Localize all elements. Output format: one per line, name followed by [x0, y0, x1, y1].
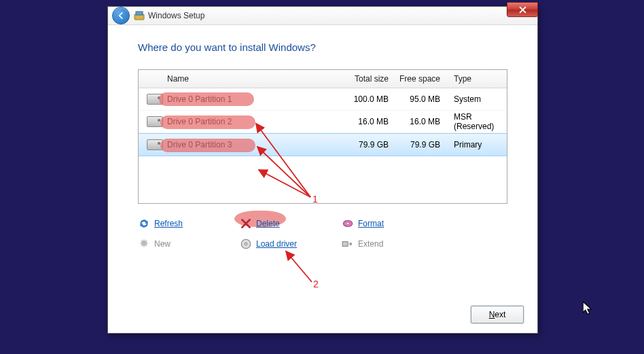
row-type: MSR (Reserved)	[444, 112, 507, 131]
load-driver-action[interactable]: Load driver	[240, 234, 342, 254]
row-free: 79.9 GB	[393, 140, 444, 149]
row-name: Drive 0 Partition 2	[163, 117, 341, 126]
partition-grid: Name Total size Free space Type Drive 0 …	[138, 69, 507, 204]
next-label: Next	[489, 310, 506, 319]
new-label: New	[154, 239, 171, 249]
delete-icon	[240, 217, 252, 230]
setup-icon	[134, 10, 145, 21]
page-title: Where do you want to install Windows?	[138, 41, 507, 53]
disk-icon	[147, 94, 163, 105]
next-button[interactable]: Next	[471, 306, 524, 323]
row-type: System	[444, 94, 507, 104]
close-icon	[519, 6, 526, 14]
disk-icon	[147, 116, 163, 127]
row-name: Drive 0 Partition 3	[163, 140, 341, 149]
row-free: 16.0 MB	[393, 117, 444, 126]
titlebar: Windows Setup	[108, 7, 537, 25]
extend-label: Extend	[358, 239, 383, 249]
delete-action[interactable]: Delete	[240, 213, 342, 234]
new-action: New	[138, 234, 240, 254]
format-action[interactable]: Format	[342, 213, 444, 234]
col-header-type[interactable]: Type	[444, 74, 507, 84]
row-type: Primary	[444, 140, 507, 149]
partition-row[interactable]: Drive 0 Partition 216.0 MB16.0 MBMSR (Re…	[139, 111, 507, 133]
row-free: 95.0 MB	[393, 94, 444, 104]
delete-label: Delete	[256, 219, 280, 228]
extend-icon	[342, 238, 354, 250]
col-header-free[interactable]: Free space	[393, 74, 444, 84]
svg-rect-1	[136, 12, 143, 15]
refresh-icon	[138, 217, 150, 230]
annotation-number-2: 2	[313, 279, 319, 289]
content-area: Where do you want to install Windows? Na…	[108, 25, 537, 264]
grid-header: Name Total size Free space Type	[139, 70, 507, 88]
arrow-left-icon	[116, 11, 126, 20]
svg-rect-6	[342, 242, 348, 247]
format-icon	[342, 217, 354, 230]
row-name: Drive 0 Partition 1	[163, 94, 341, 104]
window-title: Windows Setup	[148, 11, 204, 20]
cursor-icon	[583, 302, 593, 317]
back-button[interactable]	[112, 7, 130, 24]
actions-row: Refresh Delete Format New	[138, 213, 507, 254]
partition-row[interactable]: Drive 0 Partition 379.9 GB79.9 GBPrimary	[139, 133, 507, 156]
extend-action: Extend	[342, 234, 444, 254]
format-label: Format	[358, 219, 384, 228]
refresh-action[interactable]: Refresh	[138, 213, 240, 234]
partition-row[interactable]: Drive 0 Partition 1100.0 MB95.0 MBSystem	[139, 88, 507, 111]
close-button[interactable]	[507, 2, 538, 17]
svg-point-3	[347, 223, 349, 224]
setup-window: Windows Setup Where do you want to insta…	[107, 6, 538, 334]
col-header-name[interactable]: Name	[163, 74, 341, 84]
new-icon	[138, 238, 150, 250]
load-driver-label: Load driver	[256, 239, 297, 249]
row-total: 16.0 MB	[341, 117, 393, 126]
col-header-total[interactable]: Total size	[341, 74, 393, 84]
cd-icon	[240, 238, 252, 250]
svg-point-5	[245, 243, 247, 245]
row-total: 79.9 GB	[341, 140, 393, 149]
refresh-label: Refresh	[154, 219, 183, 228]
row-total: 100.0 MB	[341, 94, 393, 104]
disk-icon	[147, 139, 163, 150]
